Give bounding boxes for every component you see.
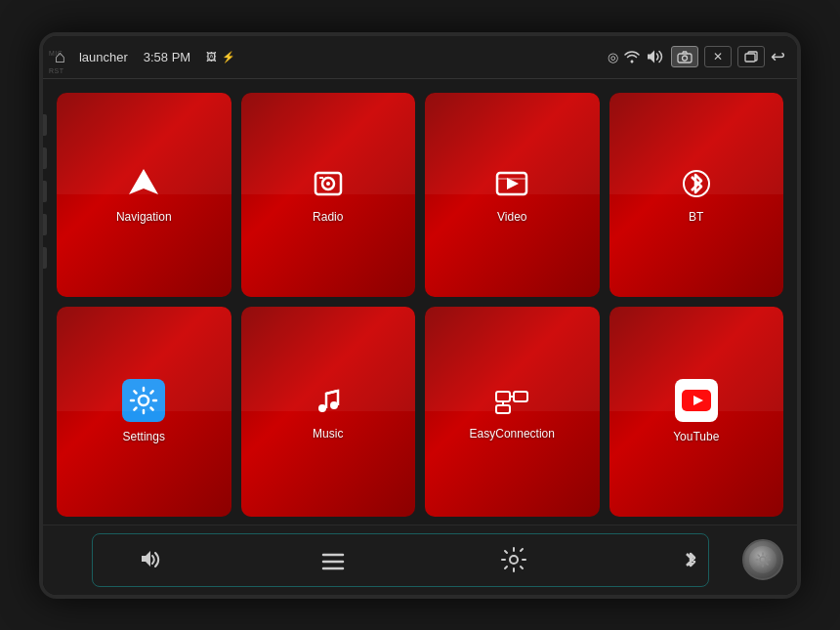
bt-label: BT <box>689 210 703 224</box>
usb-icon: ⚡ <box>222 51 235 63</box>
app-grid: Navigation Radio <box>57 93 783 517</box>
bt-icon <box>678 165 715 202</box>
wifi-icon <box>624 50 640 63</box>
music-icon <box>310 382 347 419</box>
rst-label: RST <box>49 67 64 74</box>
device-frame: MIC RST ⌂ launcher 3:58 PM 🖼 ⚡ ◎ <box>39 32 801 599</box>
youtube-tile[interactable]: YouTube <box>609 307 784 517</box>
status-right-icons: ◎ ✕ ↩ <box>608 46 785 67</box>
vol-down-button[interactable] <box>41 247 47 269</box>
svg-marker-8 <box>507 178 519 189</box>
camera-button[interactable] <box>671 46 698 67</box>
easyconnection-label: EasyConnection <box>470 427 555 441</box>
media-icon: 🖼 <box>206 51 217 63</box>
volume-bottom-icon[interactable] <box>140 549 165 570</box>
time-display: 3:58 PM <box>144 50 190 64</box>
svg-point-23 <box>510 556 518 564</box>
power-button[interactable] <box>41 114 47 136</box>
svg-rect-17 <box>496 405 510 413</box>
svg-rect-16 <box>514 392 527 401</box>
video-icon <box>493 165 530 202</box>
bluetooth-bottom-icon[interactable] <box>681 546 700 573</box>
video-tile[interactable]: Video <box>425 93 600 297</box>
vol-up-button[interactable] <box>41 214 47 235</box>
window-button[interactable] <box>737 46 765 67</box>
status-icons: 🖼 ⚡ <box>206 51 235 63</box>
brightness-knob[interactable] <box>742 539 783 580</box>
back-button[interactable] <box>41 181 47 202</box>
settings-icon-bg <box>122 379 165 422</box>
app-name-label: launcher <box>79 50 128 64</box>
bt-tile[interactable]: BT <box>609 93 784 297</box>
youtube-icon-bg <box>675 379 718 422</box>
navigation-icon <box>125 165 162 202</box>
youtube-label: YouTube <box>673 430 719 443</box>
back-nav-icon[interactable]: ↩ <box>771 46 785 67</box>
svg-rect-15 <box>496 392 510 401</box>
radio-tile[interactable]: Radio <box>241 93 416 297</box>
svg-marker-19 <box>693 396 703 405</box>
svg-rect-0 <box>678 54 692 63</box>
svg-rect-2 <box>745 54 755 62</box>
svg-point-24 <box>760 557 766 563</box>
svg-point-5 <box>326 182 330 186</box>
video-label: Video <box>497 210 526 224</box>
navigation-label: Navigation <box>116 210 172 224</box>
music-tile[interactable]: Music <box>241 307 416 517</box>
navigation-tile[interactable]: Navigation <box>57 93 231 297</box>
mic-label: MIC <box>49 50 63 57</box>
volume-status-icon[interactable] <box>646 49 665 64</box>
settings-bottom-icon[interactable] <box>501 547 526 572</box>
svg-line-14 <box>326 391 338 394</box>
music-label: Music <box>313 427 343 441</box>
bottom-bar <box>43 525 797 595</box>
easyconnection-icon <box>493 382 530 419</box>
close-button[interactable]: ✕ <box>704 46 732 67</box>
home-button[interactable] <box>41 147 47 169</box>
settings-label: Settings <box>123 430 165 443</box>
svg-rect-18 <box>682 390 711 411</box>
easyconnection-tile[interactable]: EasyConnection <box>425 307 600 517</box>
settings-tile[interactable]: Settings <box>57 307 231 517</box>
radio-label: Radio <box>313 210 343 224</box>
location-icon: ◎ <box>608 50 618 64</box>
brightness-knob-inner <box>749 546 777 573</box>
svg-point-11 <box>139 396 148 405</box>
main-area: Navigation Radio <box>43 79 797 525</box>
radio-icon <box>310 165 347 202</box>
status-bar: ⌂ launcher 3:58 PM 🖼 ⚡ ◎ ✕ ↩ <box>43 36 797 79</box>
svg-point-1 <box>683 56 688 61</box>
menu-bottom-icon[interactable] <box>319 549 347 570</box>
